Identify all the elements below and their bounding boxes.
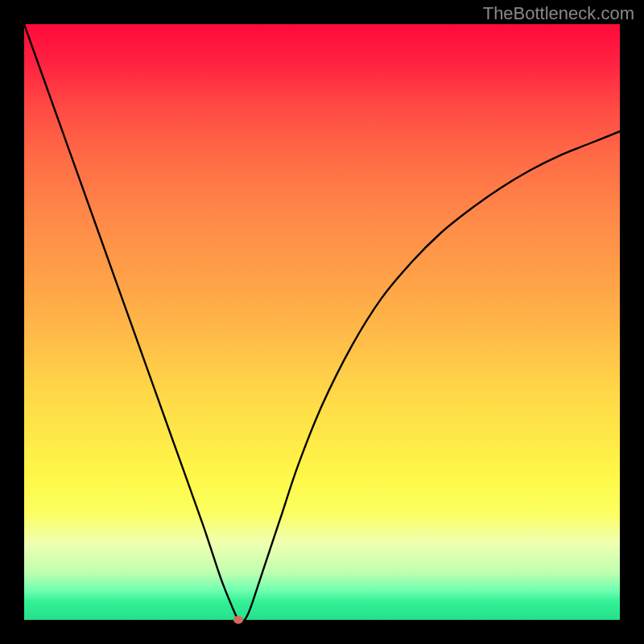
plot-area: [24, 24, 620, 620]
optimal-point-marker: [233, 616, 243, 624]
watermark-text: TheBottleneck.com: [483, 3, 634, 24]
bottleneck-curve: [24, 24, 620, 620]
chart-container: TheBottleneck.com: [0, 0, 644, 644]
